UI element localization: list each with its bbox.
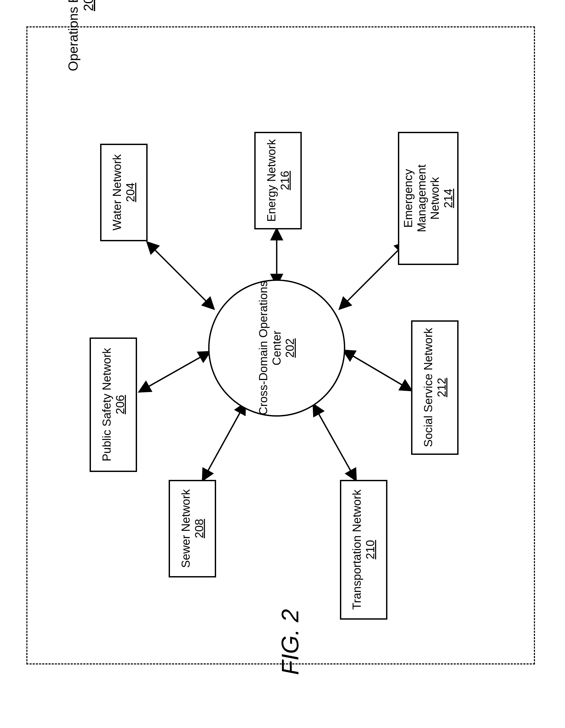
water-network-node: Water Network 204 — [100, 144, 148, 241]
public-safety-network-label: Public Safety Network 206 — [100, 348, 127, 461]
emergency-management-network-label: Emergency Management Network 214 — [402, 165, 455, 232]
sewer-network-node: Sewer Network 208 — [169, 480, 216, 577]
energy-network-node: Energy Network 216 — [254, 132, 302, 229]
emergency-management-network-node: Emergency Management Network 214 — [398, 132, 458, 265]
transportation-network-label: Transportation Network 210 — [350, 490, 377, 610]
env-label-ref: 200 — [81, 0, 96, 11]
social-service-network-node: Social Service Network 212 — [411, 320, 458, 455]
hub-label: Cross-Domain Operations Center 202 — [257, 281, 297, 415]
public-safety-network-node: Public Safety Network 206 — [90, 338, 137, 472]
cross-domain-operations-center: Cross-Domain Operations Center 202 — [208, 279, 345, 417]
sewer-network-label: Sewer Network 208 — [179, 489, 206, 568]
transportation-network-node: Transportation Network 210 — [340, 480, 387, 620]
operations-environment-label: Operations Environment 200 — [66, 0, 96, 71]
social-service-network-label: Social Service Network 212 — [421, 328, 448, 447]
env-label-text: Operations Environment — [66, 0, 81, 71]
water-network-label: Water Network 204 — [110, 154, 137, 230]
page: Operations Environment 200 Cross-Domain … — [0, 0, 565, 728]
energy-network-label: Energy Network 216 — [265, 139, 291, 222]
figure-caption: FIG. 2 — [277, 609, 304, 675]
